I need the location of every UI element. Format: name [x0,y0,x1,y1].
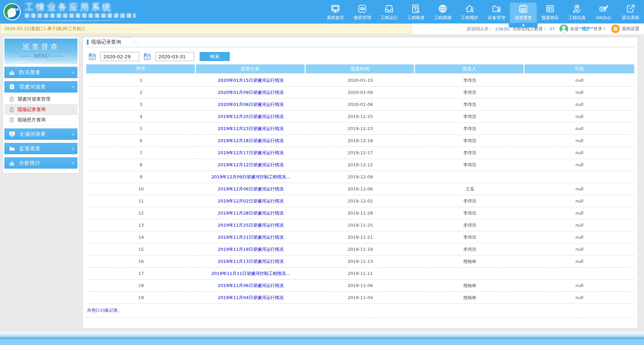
task-link[interactable]: 2019年11月19日望虞河运行情况 [218,247,283,252]
task-link[interactable]: 2019年12月23日望虞河运行情况 [218,126,283,131]
sidebar-item-label: 现场记录查询 [17,107,46,113]
nav-item-plan-response[interactable]: 预案响应 [537,3,564,23]
sidebar-group-algae-patrol[interactable]: 蓝藻巡查› [4,143,77,154]
task-link[interactable]: 2019年12月25日望虞河运行情况 [218,114,283,119]
cell-index: 1 [86,74,196,87]
notebook-icon [8,83,16,91]
tab-label: 现场记录查询 [91,39,121,45]
task-link[interactable]: 2019年12月12日望虞河运行情况 [218,162,283,167]
gear-icon[interactable] [611,24,620,33]
nav-item-project-operation[interactable]: 工程运行 [376,3,402,23]
nav-item-label: 设备管理 [488,15,505,21]
cell-driver: null [525,280,634,292]
welcome-prefix: 欢迎 [570,26,579,31]
cell-time: 2019-11-13 [306,255,415,268]
online-value: 37 [549,26,555,32]
nav-item-project-simulation[interactable]: 工程仿真 [564,3,590,23]
nav-item-project-maintenance[interactable]: 工程维护 [456,3,483,23]
footer-bar [0,332,644,345]
cell-task: 2019年11月06日望虞河运行情况 [196,280,306,292]
cell-inspector: 李伟浩 [415,123,525,135]
task-link[interactable]: 2019年12月02日望虞河运行情况 [218,198,283,204]
nav-item-project-inspection[interactable]: 工程检查 [402,3,429,23]
sidebar: 巡查督查 MENU 防汛督查›望虞河巡查›望虞河巡查管理›现场记录查询›现场照片… [3,37,79,173]
sidebar-group-analysis-statistics[interactable]: 分析统计› [4,157,77,169]
nav-item-label: 预案响应 [541,15,559,21]
column-header: 序号 [86,64,196,74]
cell-inspector: 李伟浩 [415,243,525,255]
brand-area: TBA 工情业务应用系统 [0,3,136,21]
cell-time: 2019-12-12 [306,159,415,171]
calendar-picker-icon[interactable] [88,53,96,61]
nav-item-duty-management[interactable]: 值班管理 [349,3,376,23]
user-avatar-icon [559,24,568,33]
welcome-username: “维护” [579,26,593,31]
nav-item-patrol-supervision[interactable]: 巡查督查 [510,3,537,23]
nav-item-label: 工程观测 [434,15,451,21]
cell-inspector: 李伟浩 [415,87,525,99]
cell-task: 2019年12月09日望虞河控制工程情况... [196,171,306,183]
cell-task: 2019年11月13日望虞河运行情况 [196,255,306,268]
table-row: 82019年12月12日望虞河运行情况2019-12-12李伟浩null [86,159,634,171]
task-link[interactable]: 2019年12月06日望虞河运行情况 [218,186,283,191]
nav-item-exit-system[interactable]: 退出系统 [617,3,644,23]
cell-task: 2019年11月11日望虞河控制工程情况... [196,268,306,280]
system-settings-link[interactable]: 系统设置 [622,26,639,32]
sidebar-item-wangyu-patrol-management[interactable]: 望虞河巡查管理› [4,94,77,104]
task-link[interactable]: 2019年11月21日望虞河运行情况 [218,235,283,240]
doc-search-icon [411,4,421,14]
task-link[interactable]: 2020年01月09日望虞河运行情况 [218,90,283,95]
cell-driver: null [525,195,634,207]
cell-time: 2019-11-04 [306,292,415,304]
task-link[interactable]: 2019年11月11日望虞河控制工程情况... [211,271,290,276]
table-row: 172019年11月11日望虞河控制工程情况...2019-11-11 [86,268,634,280]
cell-task: 2020年01月15日望虞河运行情况 [196,74,306,87]
date-from-input[interactable] [100,52,139,61]
sidebar-group-wangyu-river-patrol[interactable]: 望虞河巡查› [4,81,77,93]
bar-chart-icon [8,159,16,167]
active-nav-indicator: ▼ [509,23,538,27]
sidebar-item-site-photo-query[interactable]: 现场照片查询› [4,115,77,125]
nav-item-label: 工程运行 [380,15,398,21]
app-logo: TBA [3,3,21,20]
task-link[interactable]: 2019年11月13日望虞河运行情况 [218,259,283,264]
sidebar-group-flood-supervision[interactable]: 防汛督查› [4,67,77,78]
sidebar-group-taipu-river-patrol[interactable]: 太浦河巡查› [4,128,77,140]
task-link[interactable]: 2020年01月15日望虞河运行情况 [218,78,283,83]
cell-time: 2019-11-11 [306,268,415,280]
cell-driver: null [525,123,634,135]
sidebar-item-site-record-query[interactable]: 现场记录查询› [4,104,77,115]
tab-site-record-query[interactable]: 现场记录查询 [86,37,130,47]
cell-inspector: 李伟浩 [415,111,525,123]
nav-item-project-observation[interactable]: 工程观测 [429,3,456,23]
nav-item-label: OA办公 [596,15,611,21]
cell-inspector: 李伟浩 [415,135,525,147]
date-to-input[interactable] [155,52,194,61]
record-count-summary: 共有[19]条记录。 [86,304,634,318]
task-link[interactable]: 2019年11月28日望虞河运行情况 [218,211,283,216]
task-link[interactable]: 2019年12月18日望虞河运行情况 [218,138,283,143]
cell-task: 2019年12月25日望虞河运行情况 [196,111,306,123]
table-row: 42019年12月25日望虞河运行情况2019-12-25李伟浩null [86,111,634,123]
sidebar-group-label: 蓝藻巡查 [19,146,72,152]
task-link[interactable]: 2019年11月06日望虞河运行情况 [218,283,283,288]
cell-index: 8 [86,159,196,171]
nav-item-equipment-management[interactable]: 设备管理 [483,3,510,23]
sidebar-group-label: 分析统计 [19,160,72,166]
task-link[interactable]: 2020年01月06日望虞河运行情况 [218,102,283,107]
cell-inspector: 李伟浩 [415,159,525,171]
nav-item-label: 工程检查 [407,15,425,21]
search-button[interactable]: 检索 [200,52,230,61]
column-header: 巡查人 [415,64,525,74]
calendar-picker-icon[interactable] [143,53,151,61]
cell-driver: null [525,255,634,268]
nav-item-oa-office[interactable]: OAOA办公 [590,3,617,23]
visits-value: 23630, [495,26,511,32]
nav-item-system-home[interactable]: 系统首页 [322,3,349,23]
task-link[interactable]: 2019年11月25日望虞河运行情况 [218,223,283,228]
task-link[interactable]: 2019年12月17日望虞河运行情况 [218,150,283,155]
task-link[interactable]: 2019年12月09日望虞河控制工程情况... [211,174,290,179]
oa-icon: OA [599,4,609,14]
task-link[interactable]: 2019年11月04日望虞河运行情况 [218,295,283,300]
sidebar-group-label: 防汛督查 [19,69,72,76]
